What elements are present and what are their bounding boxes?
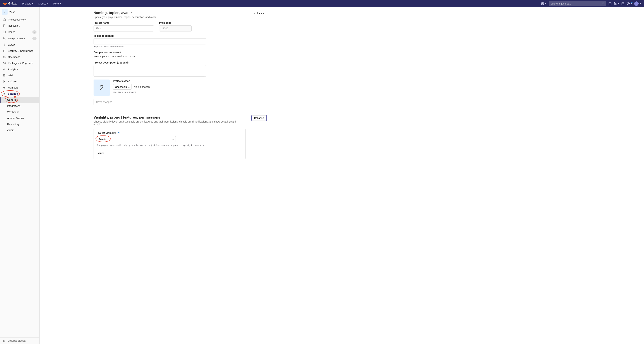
users-icon <box>3 86 6 89</box>
no-file-text: No file chosen. <box>134 86 150 88</box>
user-menu[interactable]: ▼ <box>634 2 641 6</box>
compliance-label: Compliance framework <box>94 51 266 54</box>
visibility-help-text: The project is accessible only by member… <box>96 144 242 146</box>
chevron-down-icon: ▼ <box>47 3 49 5</box>
sidebar-item-label: Security & Compliance <box>8 50 34 52</box>
compliance-text: No compliance frameworks are in use. <box>94 55 266 58</box>
top-nav-right: ▼ ▼ ?▼ ▼ <box>541 1 641 6</box>
sidebar-sub-integrations[interactable]: Integrations <box>0 103 40 109</box>
chevron-down-icon: ▼ <box>545 3 546 5</box>
project-id-input <box>159 25 192 32</box>
save-changes-button[interactable]: Save changes <box>94 99 115 105</box>
sidebar-item-label: General <box>7 98 16 101</box>
sidebar-item-label: Access Tokens <box>7 117 24 120</box>
merge-nav-icon <box>614 2 617 5</box>
sidebar-item-label: Integrations <box>7 104 20 108</box>
svg-point-1 <box>602 3 604 4</box>
chart-icon <box>3 68 6 71</box>
collapse-section-button[interactable]: Collapse <box>252 11 266 16</box>
max-size-text: Max file size is 200 KB. <box>113 91 150 94</box>
merge-requests-icon-button[interactable]: ▼ <box>614 2 619 5</box>
sidebar-item-snippets[interactable]: Snippets <box>0 78 40 84</box>
sidebar-item-cicd[interactable]: CI/CD <box>0 42 40 48</box>
section-title: Visibility, project features, permission… <box>94 115 241 120</box>
svg-point-5 <box>616 4 616 5</box>
collapse-section-button[interactable]: Collapse <box>252 115 266 121</box>
choose-file-button[interactable]: Choose file... <box>113 84 132 90</box>
sidebar-item-analytics[interactable]: Analytics <box>0 66 40 72</box>
topics-help: Separate topics with commas. <box>94 45 266 48</box>
issues-count-badge: 0 <box>32 30 36 34</box>
main-content: Naming, topics, avatar Update your proje… <box>40 7 644 344</box>
nav-more[interactable]: More▼ <box>51 1 63 6</box>
rocket-icon <box>3 43 6 46</box>
section-title: Naming, topics, avatar <box>94 11 158 15</box>
notification-dot-icon <box>631 2 632 3</box>
svg-point-11 <box>5 39 6 40</box>
svg-point-13 <box>4 80 4 81</box>
sidebar-item-label: Repository <box>7 123 19 126</box>
sidebar-item-label: Issues <box>8 30 15 34</box>
svg-point-14 <box>4 82 4 82</box>
sidebar-item-wiki[interactable]: Wiki <box>0 72 40 78</box>
search-box[interactable] <box>549 1 606 6</box>
scissors-icon <box>3 80 6 83</box>
create-new-button[interactable]: ▼ <box>541 2 546 5</box>
help-icon[interactable]: ? <box>117 132 120 134</box>
description-label: Project description (optional) <box>94 61 266 64</box>
search-input[interactable] <box>550 2 602 5</box>
todo-icon-button[interactable] <box>621 2 624 5</box>
sidebar-sub-webhooks[interactable]: Webhooks <box>0 109 40 115</box>
plus-icon <box>541 2 544 5</box>
nav-groups-label: Groups <box>38 2 46 5</box>
sidebar-sub-repository[interactable]: Repository <box>0 121 40 128</box>
chevron-down-icon: ▼ <box>32 3 34 5</box>
collapse-sidebar-button[interactable]: Collapse sidebar <box>0 337 40 344</box>
sidebar-item-label: Merge requests <box>8 37 25 40</box>
section-description: Update your project name, topics, descri… <box>94 16 158 18</box>
sidebar-item-members[interactable]: Members <box>0 84 40 91</box>
nav-projects[interactable]: Projects▼ <box>20 1 36 6</box>
svg-point-3 <box>610 3 610 4</box>
sidebar-item-packages[interactable]: Packages & Registries <box>0 60 40 66</box>
sidebar-item-operations[interactable]: Operations <box>0 54 40 60</box>
sidebar-project-header[interactable]: 2 22sp <box>0 7 40 16</box>
issues-nav-icon <box>608 2 612 5</box>
sidebar-item-security[interactable]: Security & Compliance <box>0 48 40 54</box>
section-description: Choose visibility level, enable/disable … <box>94 120 241 126</box>
issues-icon <box>3 30 6 34</box>
sidebar-item-issues[interactable]: Issues0 <box>0 29 40 35</box>
help-nav-icon: ? <box>627 2 630 5</box>
user-avatar-icon <box>634 2 638 6</box>
file-icon <box>3 24 6 27</box>
sidebar-item-label: Packages & Registries <box>8 62 33 64</box>
sidebar-item-overview[interactable]: Project overview <box>0 16 40 23</box>
sidebar: 2 22sp Project overview Repository Issue… <box>0 7 40 344</box>
sidebar-sub-cicd[interactable]: CI/CD <box>0 128 40 134</box>
visibility-select[interactable]: Private <box>96 136 176 142</box>
sidebar-item-settings[interactable]: Settings <box>0 91 40 97</box>
issues-icon-button[interactable] <box>608 2 612 5</box>
description-textarea[interactable] <box>94 65 206 77</box>
sidebar-item-label: Webhooks <box>7 111 19 114</box>
chevron-down-icon: ▼ <box>639 3 641 5</box>
topics-input[interactable] <box>94 38 206 44</box>
svg-point-15 <box>4 87 4 88</box>
gitlab-logo[interactable]: GitLab <box>3 2 18 6</box>
help-icon-button[interactable]: ?▼ <box>627 2 632 5</box>
visibility-row: Project visibility ? Private ⌄ The proje… <box>94 129 245 149</box>
sidebar-item-label: Operations <box>8 56 20 58</box>
brand-text: GitLab <box>8 2 18 5</box>
nav-groups[interactable]: Groups▼ <box>36 1 50 6</box>
sidebar-item-merge-requests[interactable]: Merge requests0 <box>0 35 40 42</box>
merge-icon <box>3 37 6 40</box>
collapse-icon <box>3 339 6 342</box>
project-name-label: Project name <box>94 22 154 24</box>
svg-point-17 <box>4 94 5 94</box>
sidebar-item-label: Members <box>8 86 18 89</box>
top-nav: GitLab Projects▼ Groups▼ More▼ ▼ ▼ ?▼ ▼ <box>0 0 644 7</box>
sidebar-sub-access-tokens[interactable]: Access Tokens <box>0 115 40 121</box>
sidebar-sub-general[interactable]: General <box>0 97 40 103</box>
project-name-input[interactable] <box>94 25 154 32</box>
sidebar-item-repository[interactable]: Repository <box>0 23 40 29</box>
